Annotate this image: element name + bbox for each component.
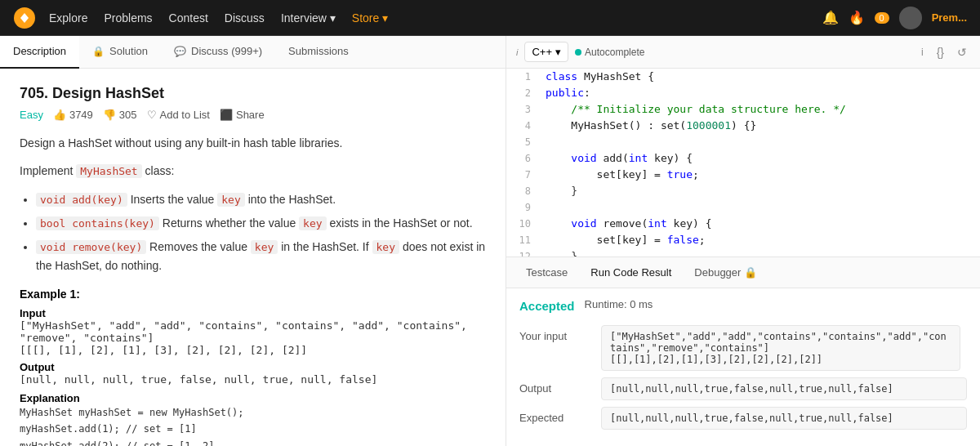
info-icon[interactable]: i bbox=[918, 43, 927, 61]
avatar[interactable] bbox=[899, 7, 922, 29]
expected-value: [null,null,null,true,false,null,true,nul… bbox=[601, 407, 967, 430]
line-number: 8 bbox=[506, 183, 539, 199]
tab-testcase[interactable]: Testcase bbox=[516, 263, 577, 282]
nav-problems[interactable]: Problems bbox=[104, 11, 152, 25]
your-input-value: ["MyHashSet","add","add","contains","con… bbox=[601, 325, 960, 371]
share-button[interactable]: ⬛ Share bbox=[220, 109, 265, 121]
input-value: ["MyHashSet", "add", "add", "contains", … bbox=[20, 319, 486, 356]
code-line-content: } bbox=[539, 248, 980, 256]
method-add: void add(key) Inserts the value key into… bbox=[36, 190, 486, 209]
tab-submissions-label: Submissions bbox=[288, 45, 349, 57]
streak-badge: 0 bbox=[875, 12, 889, 24]
problem-title: 705. Design HashSet bbox=[20, 85, 486, 102]
line-number: 3 bbox=[506, 101, 539, 118]
your-input-label: Your input bbox=[519, 325, 601, 342]
code-table: 1class MyHashSet {2public:3 /** Initiali… bbox=[506, 69, 980, 256]
difficulty-badge: Easy bbox=[20, 109, 43, 121]
output-label: Output bbox=[20, 361, 486, 373]
code-line-content bbox=[539, 199, 980, 216]
tab-discuss[interactable]: 💬 Discuss (999+) bbox=[161, 36, 275, 69]
nav-links: Explore Problems Contest Discuss Intervi… bbox=[49, 11, 388, 25]
problem-description2: Implement MyHashSet class: bbox=[20, 162, 486, 181]
line-number: 12 bbox=[506, 248, 539, 256]
line-number: 4 bbox=[506, 118, 539, 134]
line-number: 11 bbox=[506, 232, 539, 248]
tab-description[interactable]: Description bbox=[0, 36, 79, 69]
autocomplete-label: Autocomplete bbox=[585, 47, 644, 58]
line-number: 5 bbox=[506, 134, 539, 150]
code-line-content: void remove(int key) { bbox=[539, 216, 980, 232]
your-input-row: Your input ["MyHashSet","add","add","con… bbox=[519, 325, 967, 371]
code-line-content: void add(int key) { bbox=[539, 150, 980, 167]
line-number: 6 bbox=[506, 150, 539, 167]
nav-discuss[interactable]: Discuss bbox=[225, 11, 265, 25]
expected-row: Expected [null,null,null,true,false,null… bbox=[519, 407, 967, 430]
example-title: Example 1: bbox=[20, 288, 486, 301]
tab-description-label: Description bbox=[13, 45, 66, 57]
example-section: Example 1: Input ["MyHashSet", "add", "a… bbox=[20, 288, 486, 446]
method-list: void add(key) Inserts the value key into… bbox=[36, 190, 486, 274]
output-value: [null, null, null, true, false, null, tr… bbox=[20, 373, 486, 386]
problem-tabs: Description 🔒 Solution 💬 Discuss (999+) … bbox=[0, 36, 506, 69]
tab-discuss-label: Discuss (999+) bbox=[191, 45, 262, 57]
chevron-down-icon: ▾ bbox=[555, 46, 561, 58]
lang-i: i bbox=[516, 47, 518, 57]
problem-title-text: Design HashSet bbox=[52, 85, 164, 101]
lock-icon-solution: 🔒 bbox=[92, 46, 105, 57]
editor-toolbar: i C++ ▾ Autocomplete i {} ↺ bbox=[506, 36, 980, 69]
method-remove: void remove(key) Removes the value key i… bbox=[36, 238, 486, 274]
premium-button[interactable]: Prem... bbox=[932, 11, 967, 24]
code-line-content: MyHashSet() : set(1000001) {} bbox=[539, 118, 980, 134]
line-number: 2 bbox=[506, 85, 539, 101]
fire-icon[interactable]: 🔥 bbox=[849, 10, 865, 25]
tab-run-code-result[interactable]: Run Code Result bbox=[581, 263, 681, 282]
tab-submissions[interactable]: Submissions bbox=[275, 36, 362, 69]
add-to-list-button[interactable]: ♡ Add to List bbox=[147, 109, 210, 121]
line-number: 1 bbox=[506, 69, 539, 85]
right-panel: i C++ ▾ Autocomplete i {} ↺ 1class MyHas… bbox=[506, 36, 980, 446]
autocomplete-dot bbox=[575, 49, 581, 56]
nav-interview[interactable]: Interview ▾ bbox=[281, 11, 336, 25]
problem-description1: Design a HashSet without using any built… bbox=[20, 134, 486, 152]
explanation-title: Explanation bbox=[20, 392, 486, 404]
nav-right: 🔔 🔥 0 Prem... bbox=[822, 7, 967, 29]
refresh-icon[interactable]: ↺ bbox=[954, 42, 970, 62]
language-label: C++ bbox=[532, 46, 552, 58]
result-tabs: Testcase Run Code Result Debugger 🔒 bbox=[506, 257, 980, 288]
class-name-code: MyHashSet bbox=[76, 164, 141, 178]
tab-solution[interactable]: 🔒 Solution bbox=[79, 36, 161, 69]
code-line-content: /** Initialize your data structure here.… bbox=[539, 101, 980, 118]
tab-solution-label: Solution bbox=[109, 45, 148, 57]
method-contains: bool contains(key) Returns whether the v… bbox=[36, 214, 486, 233]
discuss-icon: 💬 bbox=[174, 46, 186, 57]
code-area[interactable]: 1class MyHashSet {2public:3 /** Initiali… bbox=[506, 69, 980, 256]
output-label: Output bbox=[519, 377, 601, 395]
code-line-content: set[key] = false; bbox=[539, 232, 980, 248]
nav-explore[interactable]: Explore bbox=[49, 11, 87, 25]
language-selector[interactable]: C++ ▾ bbox=[524, 42, 568, 62]
dislikes-button[interactable]: 👎 305 bbox=[103, 109, 137, 121]
tab-debugger[interactable]: Debugger 🔒 bbox=[684, 263, 767, 282]
code-line-content: public: bbox=[539, 85, 980, 101]
expected-label: Expected bbox=[519, 407, 601, 424]
notification-icon[interactable]: 🔔 bbox=[822, 10, 839, 25]
input-label: Input bbox=[20, 307, 486, 319]
explanation-code: MyHashSet myHashSet = new MyHashSet(); m… bbox=[20, 404, 486, 446]
code-format-icon[interactable]: {} bbox=[933, 42, 947, 62]
code-line-content: class MyHashSet { bbox=[539, 69, 980, 85]
autocomplete-badge: Autocomplete bbox=[575, 47, 644, 58]
problem-meta: Easy 👍 3749 👎 305 ♡ Add to List ⬛ Share bbox=[20, 109, 486, 121]
code-line-content: set[key] = true; bbox=[539, 167, 980, 183]
logo[interactable] bbox=[13, 7, 36, 29]
accepted-status: Accepted bbox=[519, 299, 575, 313]
code-line-content: } bbox=[539, 183, 980, 199]
main-layout: Description 🔒 Solution 💬 Discuss (999+) … bbox=[0, 36, 980, 446]
problem-content: 705. Design HashSet Easy 👍 3749 👎 305 ♡ … bbox=[0, 69, 506, 446]
code-line-content bbox=[539, 134, 980, 150]
line-number: 10 bbox=[506, 216, 539, 232]
result-content: Accepted Runtime: 0 ms Your input ["MyHa… bbox=[506, 288, 980, 446]
likes-button[interactable]: 👍 3749 bbox=[53, 109, 93, 121]
result-area: Testcase Run Code Result Debugger 🔒 Acce… bbox=[506, 256, 980, 446]
nav-contest[interactable]: Contest bbox=[169, 11, 208, 25]
nav-store[interactable]: Store ▾ bbox=[352, 11, 388, 25]
